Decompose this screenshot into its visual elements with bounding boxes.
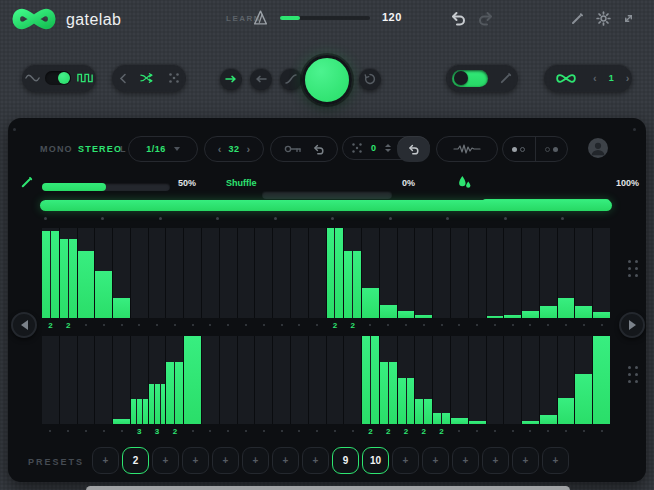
tempo-value[interactable]: 120 [382, 11, 402, 23]
stereo-mode-button[interactable]: STEREO [78, 144, 122, 154]
seq-step[interactable] [593, 336, 610, 424]
seq-step[interactable] [273, 228, 290, 318]
seq-step[interactable] [42, 336, 59, 424]
seq-step[interactable] [273, 336, 290, 424]
seq-step[interactable] [415, 228, 432, 318]
pattern-previous-button[interactable] [11, 312, 37, 338]
seq-step[interactable] [451, 336, 468, 424]
seq-step[interactable] [184, 336, 201, 424]
increment-icon[interactable]: › [626, 73, 630, 84]
seq-step[interactable] [255, 336, 272, 424]
preset-slot-filled[interactable]: 10 [362, 447, 389, 474]
seq-step[interactable] [78, 228, 95, 318]
seq-step[interactable] [380, 336, 397, 424]
seq-step[interactable] [202, 336, 219, 424]
apply-undo-button[interactable] [397, 136, 430, 162]
rate-select[interactable]: 1/16 [128, 136, 198, 162]
seq-step[interactable] [255, 228, 272, 318]
split-arrows-icon[interactable] [140, 72, 155, 84]
preset-slot-empty[interactable]: + [482, 447, 509, 474]
shuffle-slider[interactable] [262, 191, 392, 199]
seq-step[interactable] [558, 228, 575, 318]
seq-step[interactable] [451, 228, 468, 318]
seq-step[interactable] [344, 228, 361, 318]
seq-step[interactable] [522, 228, 539, 318]
seq-step[interactable] [487, 336, 504, 424]
edit-enable-toggle[interactable] [452, 70, 488, 87]
seq-step[interactable] [469, 228, 486, 318]
generate-button[interactable] [302, 55, 352, 105]
seq-step[interactable] [415, 336, 432, 424]
wave-shape-toggle[interactable] [45, 71, 71, 85]
dice-icon[interactable] [351, 142, 363, 154]
seq-step[interactable] [540, 336, 557, 424]
redo-icon[interactable] [477, 11, 495, 26]
seq-step[interactable] [575, 336, 592, 424]
seq-step[interactable] [202, 228, 219, 318]
dot-mode-left[interactable] [503, 147, 535, 152]
tempo-slider[interactable] [280, 16, 370, 20]
seq-step[interactable] [220, 336, 237, 424]
steps-decrement-icon[interactable]: ‹ [218, 144, 222, 155]
loop-regenerate-button[interactable] [359, 68, 381, 90]
user-avatar-icon[interactable] [588, 138, 608, 158]
master-gate-bar[interactable] [40, 200, 612, 211]
preset-slot-empty[interactable]: + [182, 447, 209, 474]
seq-step[interactable] [184, 228, 201, 318]
seq-step[interactable] [504, 228, 521, 318]
undo-icon[interactable] [449, 11, 467, 26]
square-wave-icon[interactable] [77, 73, 93, 83]
preset-slot-empty[interactable]: + [152, 447, 179, 474]
infinity-icon[interactable] [554, 72, 578, 85]
seq-step[interactable] [220, 228, 237, 318]
preset-slot-empty[interactable]: + [92, 447, 119, 474]
preset-slot-empty[interactable]: + [242, 447, 269, 474]
steps-increment-icon[interactable]: › [247, 144, 251, 155]
gate-length-slider[interactable] [42, 183, 170, 191]
seq-step[interactable] [131, 336, 148, 424]
seq-step[interactable] [166, 336, 183, 424]
step-forward-button[interactable] [220, 68, 242, 90]
seq-step[interactable] [327, 228, 344, 318]
waveform-view-button[interactable] [436, 136, 498, 162]
key-icon[interactable] [284, 144, 302, 154]
seq-step[interactable] [433, 336, 450, 424]
seq-step[interactable] [166, 228, 183, 318]
dot-mode-right[interactable] [536, 147, 568, 152]
seq-step[interactable] [575, 228, 592, 318]
seq-step[interactable] [149, 228, 166, 318]
drag-handle-row1[interactable] [628, 260, 638, 277]
seq-step[interactable] [327, 336, 344, 424]
seq-step[interactable] [522, 336, 539, 424]
preset-slot-empty[interactable]: + [542, 447, 569, 474]
seq-step[interactable] [380, 228, 397, 318]
seq-step[interactable] [149, 336, 166, 424]
seq-step[interactable] [344, 336, 361, 424]
seq-step[interactable] [131, 228, 148, 318]
decrement-icon[interactable]: ‹ [593, 73, 597, 84]
seq-step[interactable] [291, 336, 308, 424]
preset-slot-empty[interactable]: + [452, 447, 479, 474]
edit-pencil-icon[interactable] [570, 12, 584, 26]
seq-step[interactable] [42, 228, 59, 318]
seq-step[interactable] [309, 228, 326, 318]
seq-step[interactable] [95, 336, 112, 424]
sine-wave-icon[interactable] [25, 73, 40, 83]
glide-curve-button[interactable] [280, 68, 302, 90]
resize-icon[interactable] [622, 12, 635, 25]
seq-step[interactable] [113, 336, 130, 424]
seq-step[interactable] [558, 336, 575, 424]
seq-step[interactable] [60, 228, 77, 318]
preset-slot-empty[interactable]: + [302, 447, 329, 474]
preset-slot-empty[interactable]: + [212, 447, 239, 474]
preset-slot-empty[interactable]: + [272, 447, 299, 474]
seq-step[interactable] [504, 336, 521, 424]
settings-gear-icon[interactable] [596, 11, 611, 26]
preset-slot-filled[interactable]: 9 [332, 447, 359, 474]
undo-arrow-icon[interactable] [312, 144, 325, 155]
preset-slot-empty[interactable]: + [392, 447, 419, 474]
seq-step[interactable] [78, 336, 95, 424]
drag-handle-row2[interactable] [628, 366, 638, 383]
seq-step[interactable] [398, 228, 415, 318]
seq-step[interactable] [95, 228, 112, 318]
